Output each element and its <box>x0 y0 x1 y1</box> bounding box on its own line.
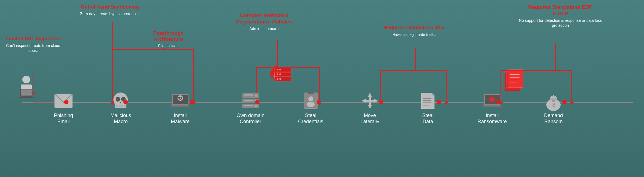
dot-lateral <box>379 100 383 104</box>
annotation-edp: Requires Standalone EDP& DLP No support … <box>518 4 603 28</box>
svg-rect-51 <box>369 96 371 101</box>
dot-demand <box>562 100 567 104</box>
vline-nta-right <box>446 70 447 102</box>
email-icon <box>54 91 73 110</box>
step-move-laterally-label: MoveLaterally <box>361 113 379 125</box>
dot-ransomware <box>497 100 501 104</box>
vline-outofband <box>112 22 113 50</box>
dot-phishing <box>64 100 68 104</box>
hline-nta-bracket <box>380 70 447 71</box>
attacker-icon <box>15 75 37 102</box>
svg-point-47 <box>308 96 313 101</box>
svg-rect-35 <box>171 105 189 107</box>
step-phishing-email: PhishingEmail <box>54 91 73 125</box>
diagram-container: Limited SSL Inspection Can't inspect thr… <box>0 0 644 177</box>
svg-rect-29 <box>124 105 126 107</box>
step-install-ransomware-label: InstallRansomware <box>478 113 507 125</box>
svg-marker-54 <box>362 99 366 103</box>
svg-point-12 <box>277 78 278 80</box>
svg-rect-61 <box>423 105 429 105</box>
hline-bracket-top <box>112 49 194 50</box>
vline-segmentation <box>277 40 278 68</box>
svg-rect-46 <box>308 92 314 94</box>
svg-marker-75 <box>550 95 557 98</box>
svg-point-39 <box>255 94 257 97</box>
step-steal-credentials: StealCredentials <box>298 91 323 125</box>
annotation-passthrough: Passthrough Architecture File allowed <box>141 30 196 48</box>
svg-rect-53 <box>369 101 371 105</box>
svg-point-8 <box>277 69 278 70</box>
step-move-laterally: MoveLaterally <box>360 91 380 125</box>
step-phishing-email-label: PhishingEmail <box>54 113 73 125</box>
svg-rect-43 <box>244 100 253 101</box>
svg-rect-71 <box>483 105 501 107</box>
vline-edp-right <box>571 70 572 102</box>
step-steal-credentials-label: StealCredentials <box>298 113 323 125</box>
svg-point-0 <box>22 76 30 83</box>
step-install-malware-label: InstallMalware <box>171 113 190 125</box>
step-malicious-macro-label: MaliciousMacro <box>110 113 131 125</box>
svg-point-9 <box>279 69 281 70</box>
svg-rect-57 <box>370 100 375 102</box>
dot-creds <box>317 100 321 104</box>
svg-point-48 <box>307 102 315 107</box>
svg-text:$: $ <box>552 102 555 108</box>
dot-steal-data <box>437 100 441 104</box>
step-steal-data: StealData <box>418 91 438 125</box>
step-steal-data-label: StealData <box>422 113 433 125</box>
hline-seg-bracket <box>256 67 320 68</box>
dot-dc <box>255 100 259 104</box>
document-stack-icon <box>502 69 524 91</box>
skull-icon <box>111 91 131 110</box>
annotation-outofband: Out-of-band Sandboxing Zero day threats … <box>80 4 140 16</box>
arrow-ssl-down <box>33 70 33 93</box>
firewall-icon <box>273 66 293 83</box>
svg-point-34 <box>181 97 182 99</box>
svg-rect-60 <box>423 102 431 103</box>
document-icon <box>418 91 438 110</box>
annotation-segmentation: Complex InefficientSegmentation Policies… <box>236 12 292 31</box>
annotation-limited-ssl: Limited SSL Inspection Can't inspect thr… <box>6 36 61 53</box>
vline-nta <box>415 48 416 70</box>
step-demand-ransom-label: DemandRansom <box>544 113 563 125</box>
arrows-icon <box>360 91 380 110</box>
laptop-skull-icon <box>171 91 190 110</box>
dot-macro <box>123 100 128 104</box>
svg-point-64 <box>489 97 495 102</box>
svg-marker-52 <box>368 105 372 109</box>
svg-point-10 <box>277 73 278 75</box>
dot-malware <box>190 100 194 104</box>
arrow-passthrough-short <box>163 48 164 50</box>
step-own-domain-controller: Own domainController <box>237 91 264 125</box>
svg-marker-56 <box>374 99 378 103</box>
svg-rect-16 <box>508 70 523 88</box>
step-own-domain-controller-label: Own domainController <box>237 113 264 125</box>
step-install-malware: InstallMalware <box>171 91 190 125</box>
svg-rect-4 <box>18 97 34 98</box>
vline-right-leg <box>193 49 194 102</box>
hline-edp-bracket <box>500 70 572 71</box>
step-install-ransomware: InstallRansomware <box>478 91 507 125</box>
svg-rect-59 <box>423 100 431 101</box>
step-demand-ransom: $ DemandRansom <box>544 91 563 125</box>
svg-point-33 <box>178 97 180 99</box>
svg-point-13 <box>279 78 281 80</box>
vline-edp <box>555 43 556 70</box>
svg-rect-28 <box>121 105 123 107</box>
svg-rect-44 <box>244 105 253 106</box>
svg-rect-42 <box>244 94 253 96</box>
step-malicious-macro: MaliciousMacro <box>110 91 131 125</box>
svg-rect-27 <box>119 105 121 107</box>
svg-rect-58 <box>423 98 431 99</box>
svg-rect-49 <box>306 108 316 109</box>
svg-marker-50 <box>368 93 372 97</box>
svg-point-41 <box>255 105 257 107</box>
svg-rect-55 <box>365 100 370 102</box>
svg-rect-3 <box>21 89 32 96</box>
money-bag-icon: $ <box>544 91 563 110</box>
vline-nta-left <box>380 70 381 102</box>
svg-point-11 <box>279 73 281 75</box>
svg-rect-26 <box>116 105 118 107</box>
annotation-nta: Requires Standalone NTA Hides as legitim… <box>384 25 444 37</box>
svg-point-24 <box>116 97 120 102</box>
